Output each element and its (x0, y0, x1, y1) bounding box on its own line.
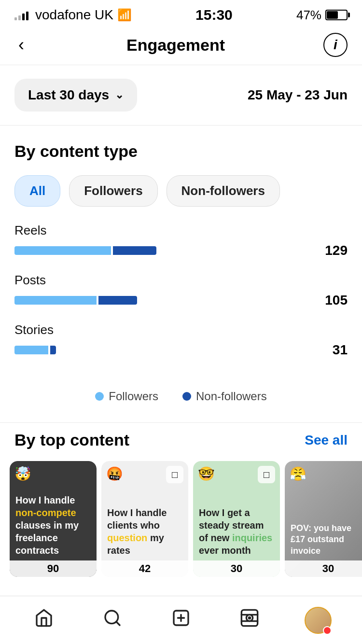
content-grid: 🤯 How I handle non-compete clauses in my… (0, 461, 362, 577)
card-4-count: 30 (285, 560, 362, 577)
filter-followers[interactable]: Followers (69, 175, 157, 207)
card-4-image: 😤 POV: you have £17 outstand invoice 30 (285, 461, 362, 577)
nav-home[interactable] (25, 601, 63, 640)
nonfollowers-dot-icon (182, 392, 191, 401)
reels-followers-bar (14, 246, 111, 255)
content-card-2[interactable]: □ 🤬 How I handle clients who question my… (101, 461, 188, 577)
card-2-count: 42 (101, 560, 188, 577)
date-range-display: 25 May - 23 Jun (248, 87, 348, 103)
card-3-text: How I get a steady stream of new inquiri… (193, 501, 280, 562)
stories-bar-row: Stories 31 (14, 322, 348, 358)
back-button[interactable]: ‹ (14, 33, 28, 57)
legend-followers: Followers (95, 390, 158, 403)
search-icon (103, 608, 122, 632)
card-3-image: □ 🤓 How I get a steady stream of new inq… (193, 461, 280, 577)
by-content-type-section: By content type All Followers Non-follow… (0, 126, 362, 422)
filter-followers-label: Followers (84, 183, 142, 198)
bottom-nav (0, 596, 362, 644)
info-button[interactable]: i (323, 33, 348, 57)
nav-profile[interactable] (299, 601, 337, 640)
top-nav: ‹ Engagement i (0, 28, 362, 65)
chevron-down-icon: ⌄ (115, 89, 124, 101)
content-type-title: By content type (0, 126, 362, 166)
date-dropdown[interactable]: Last 30 days ⌄ (14, 79, 137, 112)
status-bar: vodafone UK 📶 15:30 47% (0, 0, 362, 28)
content-card-3[interactable]: □ 🤓 How I get a steady stream of new inq… (193, 461, 280, 577)
card-2-emoji: 🤬 (106, 466, 123, 482)
posts-followers-bar (14, 296, 97, 305)
filter-pills: All Followers Non-followers (0, 166, 362, 218)
svg-line-1 (116, 622, 120, 625)
reels-nonfollowers-bar (113, 246, 156, 255)
status-right: 47% (296, 8, 348, 23)
card-1-image: 🤯 How I handle non-compete clauses in my… (10, 461, 97, 577)
filter-all[interactable]: All (14, 175, 60, 207)
reels-value: 129 (314, 243, 348, 258)
followers-legend-label: Followers (109, 390, 158, 403)
nav-create[interactable] (162, 601, 200, 640)
card-1-count: 90 (10, 560, 97, 577)
card-4-emoji: 😤 (290, 466, 306, 482)
card-3-count: 30 (193, 560, 280, 577)
battery-percent: 47% (296, 8, 321, 23)
nonfollowers-legend-label: Non-followers (196, 390, 267, 403)
content-card-1[interactable]: 🤯 How I handle non-compete clauses in my… (10, 461, 97, 577)
info-icon: i (334, 37, 337, 53)
stories-followers-bar (14, 346, 48, 354)
carrier-label: vodafone UK (35, 7, 113, 23)
wifi-icon: 📶 (117, 8, 132, 22)
filter-nonfollowers-label: Non-followers (181, 183, 265, 198)
status-left: vodafone UK 📶 (14, 7, 132, 23)
nav-search[interactable] (93, 601, 132, 640)
reels-icon (240, 608, 259, 632)
reels-bar-track (14, 246, 306, 255)
plus-icon (171, 608, 191, 632)
card-4-text: POV: you have £17 outstand invoice (285, 517, 362, 562)
posts-bar-container: 105 (14, 293, 348, 308)
stories-label: Stories (14, 322, 348, 337)
followers-dot-icon (95, 392, 104, 401)
date-filter-row: Last 30 days ⌄ 25 May - 23 Jun (0, 65, 362, 126)
nav-reels[interactable] (230, 601, 269, 640)
profile-avatar (305, 607, 332, 634)
signal-icon (14, 10, 28, 20)
legend-nonfollowers: Non-followers (182, 390, 267, 403)
bar-chart: Reels 129 Posts 105 (0, 218, 362, 382)
bookmark-2-icon: □ (258, 466, 275, 483)
reels-label: Reels (14, 223, 348, 238)
posts-bar-row: Posts 105 (14, 273, 348, 308)
posts-label: Posts (14, 273, 348, 288)
date-dropdown-label: Last 30 days (28, 87, 109, 103)
card-1-text: How I handle non-compete clauses in my f… (10, 488, 97, 562)
stories-nonfollowers-bar (50, 346, 56, 354)
card-3-emoji: 🤓 (198, 466, 215, 482)
stories-value: 31 (314, 342, 348, 358)
filter-nonfollowers[interactable]: Non-followers (167, 175, 280, 207)
card-2-text: How I handle clients who question my rat… (101, 501, 188, 562)
content-card-4[interactable]: 😤 POV: you have £17 outstand invoice 30 (285, 461, 362, 577)
reels-bar-container: 129 (14, 243, 348, 258)
see-all-button[interactable]: See all (305, 433, 348, 448)
card-2-image: □ 🤬 How I handle clients who question my… (101, 461, 188, 577)
card-1-emoji: 🤯 (14, 466, 31, 482)
posts-nonfollowers-bar (98, 296, 137, 305)
page-title: Engagement (126, 36, 225, 55)
posts-value: 105 (314, 293, 348, 308)
stories-bar-container: 31 (14, 342, 348, 358)
posts-bar-track (14, 296, 306, 305)
battery-icon (325, 10, 348, 20)
svg-point-7 (249, 617, 250, 618)
bookmark-icon: □ (166, 466, 183, 483)
filter-all-label: All (29, 183, 45, 198)
stories-bar-track (14, 346, 306, 354)
top-content-section: By top content See all 🤯 How I handle no… (0, 422, 362, 577)
home-icon (34, 608, 54, 632)
chart-legend: Followers Non-followers (0, 382, 362, 422)
top-content-header: By top content See all (0, 422, 362, 461)
reels-bar-row: Reels 129 (14, 223, 348, 258)
time-display: 15:30 (195, 7, 233, 23)
top-content-title: By top content (14, 431, 129, 449)
